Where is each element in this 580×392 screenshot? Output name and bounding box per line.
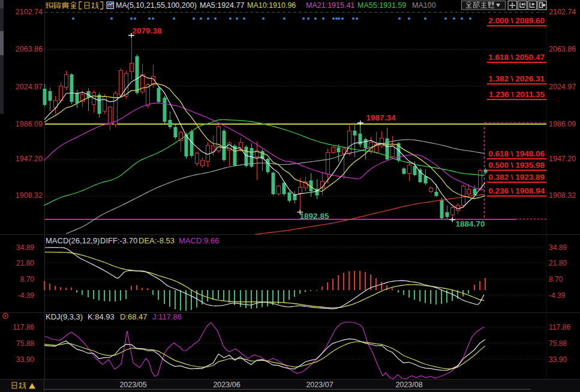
svg-text:117.86: 117.86: [13, 323, 34, 331]
svg-text:KDJ(9,3,3): KDJ(9,3,3): [46, 312, 83, 321]
svg-text:K:84.93: K:84.93: [88, 312, 115, 321]
svg-text:MA(5,10,21,55,100,200): MA(5,10,21,55,100,200): [116, 1, 197, 10]
svg-text:1.382 \ 2026.31: 1.382 \ 2026.31: [488, 74, 545, 83]
svg-text:-4.39: -4.39: [18, 291, 35, 300]
svg-text:1947.20: 1947.20: [549, 155, 576, 163]
svg-text:8.70: 8.70: [549, 275, 563, 284]
svg-text:1986.09: 1986.09: [549, 120, 576, 128]
svg-text:75.88: 75.88: [549, 339, 567, 348]
svg-text:DIFF:-3.70: DIFF:-3.70: [100, 236, 137, 245]
svg-text:0.236 \ 1908.94: 0.236 \ 1908.94: [488, 186, 545, 195]
svg-text:34.89: 34.89: [549, 243, 567, 252]
svg-text:1908.32: 1908.32: [549, 191, 576, 200]
svg-text:21.80: 21.80: [16, 259, 34, 267]
svg-text:MACD:9.66: MACD:9.66: [179, 236, 219, 245]
svg-text:0.618 \ 1948.06: 0.618 \ 1948.06: [488, 149, 545, 158]
svg-text:2023/07: 2023/07: [306, 381, 333, 389]
svg-text:1.618 \ 2050.47: 1.618 \ 2050.47: [488, 53, 545, 62]
svg-text:1908.32: 1908.32: [16, 191, 43, 200]
svg-text:21.80: 21.80: [549, 259, 567, 267]
svg-text:2063.86: 2063.86: [16, 45, 43, 53]
svg-text:0.500 \ 1935.98: 0.500 \ 1935.98: [488, 161, 545, 170]
svg-text:117.86: 117.86: [549, 323, 570, 331]
svg-text:-4.39: -4.39: [549, 291, 566, 300]
svg-text:D:68.47: D:68.47: [120, 312, 148, 321]
svg-text:2024.97: 2024.97: [549, 83, 576, 91]
svg-text:1884.70: 1884.70: [456, 219, 485, 228]
svg-text:1892.85: 1892.85: [300, 212, 329, 221]
svg-text:MA55:1931.59: MA55:1931.59: [357, 1, 406, 10]
svg-text:MA10:1910.96: MA10:1910.96: [247, 1, 296, 10]
svg-text:2023/08: 2023/08: [395, 381, 422, 389]
svg-text:1987.34: 1987.34: [366, 113, 396, 122]
svg-text:2063.86: 2063.86: [549, 45, 576, 53]
svg-text:33.90: 33.90: [549, 355, 567, 364]
svg-text:8.70: 8.70: [20, 275, 35, 284]
svg-text:0.382 \ 1923.89: 0.382 \ 1923.89: [488, 173, 545, 182]
svg-text:2079.38: 2079.38: [133, 26, 162, 35]
svg-text:1947.20: 1947.20: [16, 155, 43, 163]
svg-text:MA5:1924.77: MA5:1924.77: [200, 1, 244, 10]
svg-text:2023/06: 2023/06: [213, 381, 240, 389]
svg-text:33.90: 33.90: [16, 355, 34, 364]
svg-text:2023/05: 2023/05: [119, 381, 146, 389]
svg-text:2102.74: 2102.74: [549, 8, 576, 16]
svg-text:DEA:-8.53: DEA:-8.53: [139, 236, 175, 245]
svg-text:2.000 \ 2089.60: 2.000 \ 2089.60: [488, 16, 545, 25]
svg-text:1.236 \ 2011.35: 1.236 \ 2011.35: [489, 90, 545, 99]
svg-text:75.88: 75.88: [16, 339, 34, 348]
svg-text:2102.74: 2102.74: [16, 8, 43, 16]
svg-text:MA100: MA100: [412, 1, 436, 10]
svg-text:MACD(26,12,9): MACD(26,12,9): [46, 236, 100, 245]
svg-text:34.89: 34.89: [16, 243, 34, 252]
svg-text:1986.09: 1986.09: [16, 120, 43, 128]
svg-text:J:117.86: J:117.86: [152, 312, 182, 321]
svg-text:MA21:1915.41: MA21:1915.41: [306, 1, 354, 10]
svg-text:2024.97: 2024.97: [16, 83, 43, 91]
